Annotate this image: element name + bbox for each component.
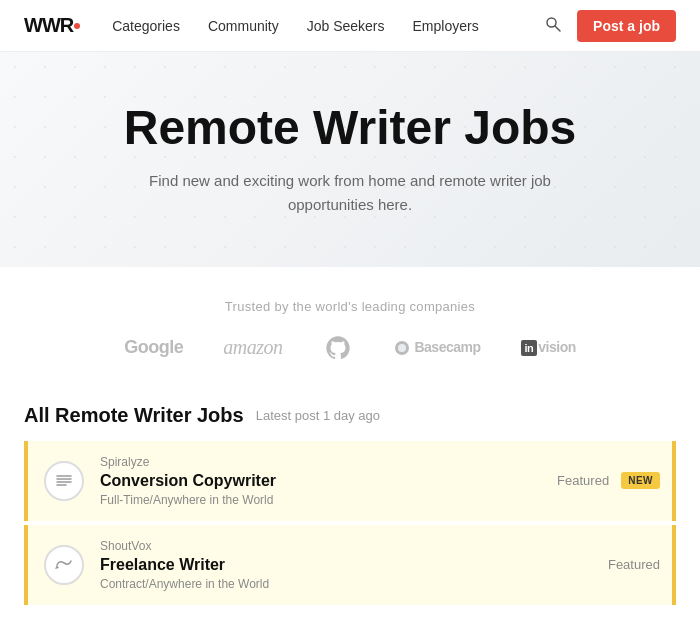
trusted-section: Trusted by the world's leading companies… (0, 267, 700, 388)
job-meta-1: Full-Time/Anywhere in the World (100, 493, 557, 507)
invision-logo: invision (521, 339, 576, 356)
google-logo: Google (124, 337, 183, 358)
svg-marker-8 (55, 565, 59, 569)
trusted-label: Trusted by the world's leading companies (20, 299, 680, 314)
job-title-1: Conversion Copywriter (100, 472, 557, 490)
job-meta-2: Contract/Anywhere in the World (100, 577, 608, 591)
github-logo (322, 332, 354, 364)
card-accent-1 (672, 441, 676, 521)
featured-label-1: Featured (557, 473, 609, 488)
in-box: in (521, 340, 538, 356)
logo-dot (74, 23, 80, 29)
svg-line-1 (555, 26, 560, 31)
job-right-1: Featured NEW (557, 472, 660, 489)
nav-link-employers[interactable]: Employers (413, 18, 479, 34)
search-button[interactable] (545, 16, 561, 36)
latest-post-label: Latest post 1 day ago (256, 408, 380, 423)
job-card-2[interactable]: ShoutVox Freelance Writer Contract/Anywh… (24, 525, 676, 605)
hero-subtitle: Find new and exciting work from home and… (20, 169, 680, 217)
nav-item-employers[interactable]: Employers (413, 17, 479, 35)
company-name-1: Spiralyze (100, 455, 557, 469)
jobs-heading: All Remote Writer Jobs (24, 404, 244, 427)
basecamp-logo: Basecamp (394, 339, 480, 356)
new-badge-1: NEW (621, 472, 660, 489)
jobs-section: All Remote Writer Jobs Latest post 1 day… (0, 388, 700, 605)
job-info-1: Spiralyze Conversion Copywriter Full-Tim… (100, 455, 557, 507)
post-job-button[interactable]: Post a job (577, 10, 676, 42)
amazon-logo: amazon (223, 336, 282, 359)
nav-item-community[interactable]: Community (208, 17, 279, 35)
site-logo[interactable]: WWR (24, 14, 80, 37)
job-card-1[interactable]: Spiralyze Conversion Copywriter Full-Tim… (24, 441, 676, 521)
job-right-2: Featured (608, 557, 660, 572)
job-info-2: ShoutVox Freelance Writer Contract/Anywh… (100, 539, 608, 591)
logo-text: WWR (24, 14, 73, 37)
nav-link-categories[interactable]: Categories (112, 18, 180, 34)
hero-section: Remote Writer Jobs Find new and exciting… (0, 52, 700, 267)
job-icon-1 (44, 461, 84, 501)
nav-link-job-seekers[interactable]: Job Seekers (307, 18, 385, 34)
company-name-2: ShoutVox (100, 539, 608, 553)
company-logos: Google amazon Basecamp invision (20, 332, 680, 364)
featured-label-2: Featured (608, 557, 660, 572)
nav-item-job-seekers[interactable]: Job Seekers (307, 17, 385, 35)
job-title-2: Freelance Writer (100, 556, 608, 574)
nav-links: Categories Community Job Seekers Employe… (112, 17, 545, 35)
search-icon (545, 16, 561, 32)
nav-link-community[interactable]: Community (208, 18, 279, 34)
nav-item-categories[interactable]: Categories (112, 17, 180, 35)
jobs-header: All Remote Writer Jobs Latest post 1 day… (24, 404, 676, 427)
hero-title: Remote Writer Jobs (20, 102, 680, 155)
card-accent-2 (672, 525, 676, 605)
navbar: WWR Categories Community Job Seekers Emp… (0, 0, 700, 52)
job-icon-2 (44, 545, 84, 585)
nav-actions: Post a job (545, 10, 676, 42)
svg-point-3 (398, 344, 406, 352)
